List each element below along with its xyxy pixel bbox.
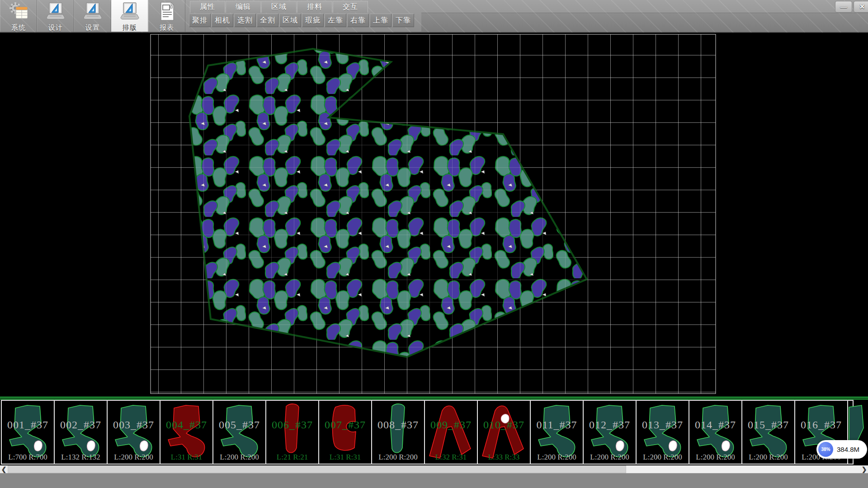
tool-button-聚排[interactable]: 聚排 <box>189 14 211 27</box>
thumbnail-id-label: 002_#37 <box>55 419 107 431</box>
tool-button-相机[interactable]: 相机 <box>212 14 233 27</box>
ribbon-tool-row: 聚排相机选割全割区域瑕疵左靠右靠上靠下靠 <box>189 14 415 27</box>
close-button[interactable]: ✕ <box>854 1 868 13</box>
thumbnail-id-label: 013_#37 <box>637 419 689 431</box>
app-window: 系统设计设置排版报表 属性编辑区域排料交互 聚排相机选割全割区域瑕疵左靠右靠上靠… <box>0 0 868 488</box>
window-controls: — ✕ <box>834 1 868 13</box>
thumbnail-011_#37[interactable]: 011_#37L:200 R:200 <box>530 400 584 465</box>
gear-table-icon <box>8 1 29 23</box>
filmstrip-top-line <box>0 397 868 398</box>
thumbnail-lr-label: L:200 R:200 <box>213 453 265 462</box>
tool-button-左靠[interactable]: 左靠 <box>325 14 346 27</box>
thumbnail-id-label: 007_#37 <box>319 419 371 431</box>
thumbnail-lr-label: L:132 R:132 <box>55 453 107 462</box>
scrollbar-thumb[interactable] <box>8 465 626 473</box>
thumbnail-id-label: 005_#37 <box>213 419 265 431</box>
nav-button-设计[interactable]: 设计 <box>37 0 74 32</box>
tab-交互[interactable]: 交互 <box>333 1 368 13</box>
thumbnail-009_#37[interactable]: 009_#37L:32 R:31 <box>424 400 478 465</box>
memory-usage-label: 384.8M <box>837 446 859 453</box>
thumbnail-lr-label: L:33 R:33 <box>478 453 530 462</box>
tool-button-选割[interactable]: 选割 <box>234 14 256 27</box>
thumbnail-id-label: 008_#37 <box>372 419 424 431</box>
thumbnail-id-label: 004_#37 <box>160 419 212 431</box>
laptop-ruler-icon <box>119 1 140 23</box>
nesting-canvas[interactable] <box>0 33 868 397</box>
thumbnail-lr-label: L:200 R:200 <box>689 453 741 462</box>
thumbnail-id-label: 011_#37 <box>531 419 583 431</box>
tool-button-瑕疵[interactable]: 瑕疵 <box>302 14 324 27</box>
thumbnail-id-label: 016_#37 <box>795 419 847 431</box>
tool-button-上靠[interactable]: 上靠 <box>370 14 392 27</box>
piece-filmstrip: 001_#37L:700 R:700002_#37L:132 R:132003_… <box>0 397 868 465</box>
thumbnail-013_#37[interactable]: 013_#37L:200 R:200 <box>636 400 689 465</box>
progress-badge: 38% 384.8M <box>816 440 867 459</box>
ribbon-toolbar: 系统设计设置排版报表 属性编辑区域排料交互 聚排相机选割全割区域瑕疵左靠右靠上靠… <box>0 0 868 33</box>
thumbnail-lr-label: L:200 R:200 <box>742 453 794 462</box>
tab-区域[interactable]: 区域 <box>261 1 297 13</box>
ribbon-tab-row: 属性编辑区域排料交互 <box>190 1 368 13</box>
thumbnail-lr-label: L:21 R:21 <box>266 453 318 462</box>
nav-button-排版[interactable]: 排版 <box>111 0 148 32</box>
thumbnail-lr-label: L:200 R:200 <box>531 453 583 462</box>
thumbnail-002_#37[interactable]: 002_#37L:132 R:132 <box>54 400 108 465</box>
tab-排料[interactable]: 排料 <box>297 1 332 13</box>
nav-button-label: 系统 <box>11 23 26 32</box>
thumbnail-003_#37[interactable]: 003_#37L:200 R:200 <box>107 400 160 465</box>
thumbnail-010_#37[interactable]: 010_#37L:33 R:33 <box>477 400 531 465</box>
scroll-right-arrow-icon[interactable]: ❯ <box>860 465 868 473</box>
nav-button-label: 设计 <box>48 23 63 32</box>
thumbnail-008_#37[interactable]: 008_#37L:200 R:200 <box>371 400 425 465</box>
tab-编辑[interactable]: 编辑 <box>226 1 261 13</box>
report-icon <box>156 1 177 23</box>
thumbnail-lr-label: L:200 R:200 <box>637 453 689 462</box>
thumbnail-lr-label: L:31 R:31 <box>160 453 212 462</box>
thumbnail-lr-label: L:200 R:200 <box>584 453 636 462</box>
nav-button-label: 排版 <box>123 23 137 32</box>
scroll-left-arrow-icon[interactable]: ❮ <box>0 465 8 473</box>
thumbnail-id-label: 003_#37 <box>108 419 160 431</box>
thumbnail-id-label: 006_#37 <box>266 419 318 431</box>
thumbnail-012_#37[interactable]: 012_#37L:200 R:200 <box>583 400 637 465</box>
minimize-button[interactable]: — <box>835 1 852 13</box>
thumbnail-005_#37[interactable]: 005_#37L:200 R:200 <box>212 400 266 465</box>
thumbnail-004_#37[interactable]: 004_#37L:31 R:31 <box>160 400 213 465</box>
horizontal-scrollbar[interactable]: ❮ ❯ <box>0 465 868 473</box>
tab-属性[interactable]: 属性 <box>190 1 225 13</box>
thumbnail-006_#37[interactable]: 006_#37L:21 R:21 <box>265 400 319 465</box>
thumbnail-007_#37[interactable]: 007_#37L:31 R:31 <box>318 400 372 465</box>
thumbnail-id-label: 014_#37 <box>689 419 741 431</box>
filmstrip-top-line2 <box>0 399 868 399</box>
nav-button-label: 报表 <box>160 23 174 32</box>
canvas-drawing <box>0 33 868 397</box>
thumbnail-014_#37[interactable]: 014_#37L:200 R:200 <box>689 400 742 465</box>
thumbnail-id-label: 010_#37 <box>478 419 530 431</box>
thumbnail-id-label: 012_#37 <box>584 419 636 431</box>
thumbnail-lr-label: L:32 R:31 <box>425 453 477 462</box>
thumbnail-id-label: 015_#37 <box>742 419 794 431</box>
thumbnail-001_#37[interactable]: 001_#37L:700 R:700 <box>1 400 55 465</box>
progress-percent-badge: 38% <box>818 442 833 457</box>
nav-button-系统[interactable]: 系统 <box>0 0 37 32</box>
main-nav: 系统设计设置排版报表 <box>0 0 185 32</box>
laptop-ruler-icon <box>45 1 66 23</box>
thumbnail-id-label: 001_#37 <box>2 419 54 431</box>
thumbnail-lr-label: L:200 R:200 <box>108 453 160 462</box>
nav-button-设置[interactable]: 设置 <box>74 0 111 32</box>
nav-button-报表[interactable]: 报表 <box>148 0 185 32</box>
status-bar <box>0 473 868 488</box>
tool-button-右靠[interactable]: 右靠 <box>347 14 369 27</box>
thumbnail-015_#37[interactable]: 015_#37L:200 R:200 <box>741 400 795 465</box>
thumbnail-lr-label: L:700 R:700 <box>2 453 54 462</box>
thumbnail-id-label: 009_#37 <box>425 419 477 431</box>
laptop-ruler-icon <box>82 1 103 23</box>
thumbnail-lr-label: L:200 R:200 <box>372 453 424 462</box>
tool-button-全割[interactable]: 全割 <box>257 14 278 27</box>
ribbon-right-band <box>421 13 868 32</box>
tool-button-下靠[interactable]: 下靠 <box>392 14 414 27</box>
tool-button-区域[interactable]: 区域 <box>279 14 301 27</box>
filmstrip-cells: 001_#37L:700 R:700002_#37L:132 R:132003_… <box>1 400 854 465</box>
thumbnail-lr-label: L:31 R:31 <box>319 453 371 462</box>
nav-button-label: 设置 <box>85 23 100 32</box>
